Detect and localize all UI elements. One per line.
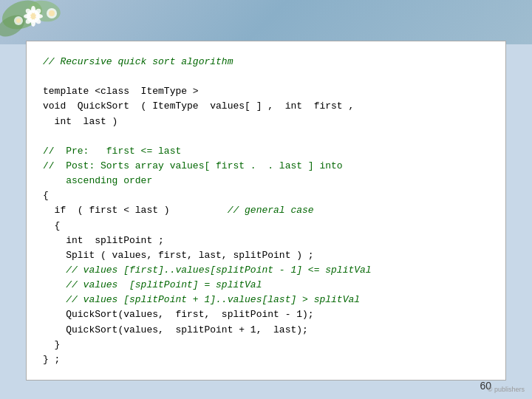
val-comment1: // values [first]..values[splitPoint - 1… [43, 265, 372, 276]
qs2: QuickSort(values, splitPoint + 1, last); [43, 324, 308, 335]
top-bar [0, 0, 532, 44]
split-call: Split ( values, first, last, splitPoint … [43, 250, 314, 261]
line2: void QuickSort ( ItemType values[ ] , in… [43, 100, 354, 112]
inner-open: { [43, 220, 60, 231]
comment1: // Pre: first <= last [43, 146, 181, 157]
comment-header: // Recursive quick sort algorithm [43, 56, 233, 67]
close-brace: } ; [43, 354, 60, 365]
comment3: ascending order [43, 175, 152, 186]
svg-point-6 [49, 10, 55, 16]
inner-close: } [43, 339, 60, 350]
val-comment3: // values [splitPoint + 1]..values[last]… [43, 294, 360, 305]
qs1: QuickSort(values, first, splitPoint - 1)… [43, 309, 314, 320]
comment2: // Post: Sorts array values[ first . . l… [43, 160, 343, 171]
open-brace: { [43, 190, 49, 201]
floral-decoration [0, 0, 148, 44]
watermark: © publishers [488, 386, 525, 393]
line3: int last ) [43, 116, 117, 127]
code-block: // Recursive quick sort algorithm templa… [43, 55, 489, 367]
val-comment2: // values [splitPoint] = splitVal [43, 279, 262, 290]
split-decl: int splitPoint ; [43, 235, 164, 246]
svg-point-8 [16, 18, 21, 23]
line1: template <class ItemType > [43, 86, 199, 97]
if-line: if ( first < last ) // general case [43, 205, 314, 216]
slide-content: // Recursive quick sort algorithm templa… [26, 41, 506, 381]
